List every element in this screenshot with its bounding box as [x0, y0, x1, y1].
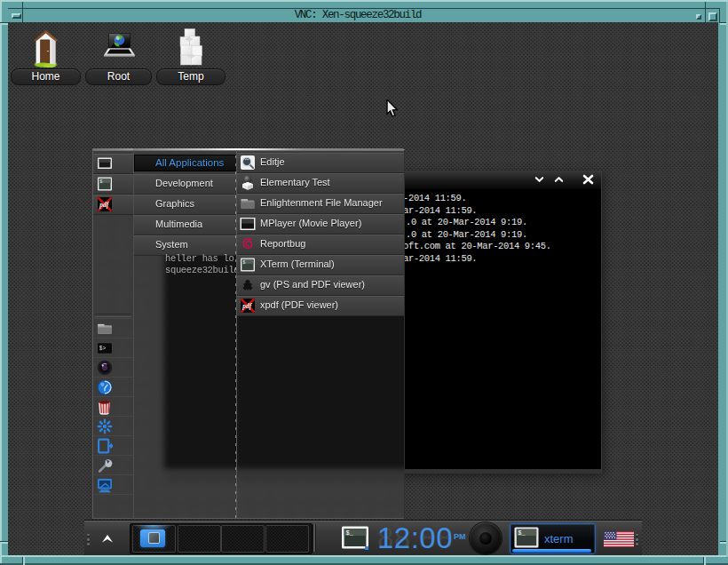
svg-text:$>: $> [99, 346, 107, 352]
svg-text:$_: $_ [518, 530, 526, 537]
svg-text:$_: $_ [346, 529, 354, 537]
svg-text:$: $ [242, 260, 245, 265]
svg-text:$: $ [99, 179, 102, 184]
svg-text:pdf: pdf [99, 201, 110, 209]
svg-text:pdf: pdf [241, 302, 253, 310]
